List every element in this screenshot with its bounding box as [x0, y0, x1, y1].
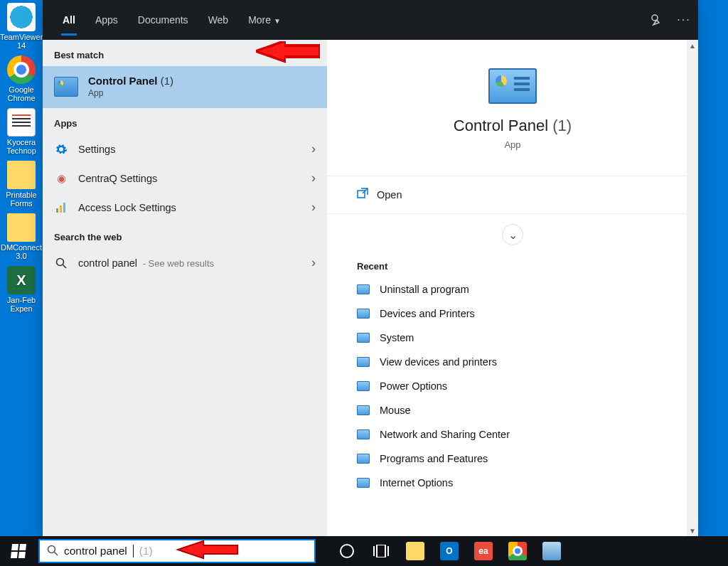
svg-point-9 [341, 545, 353, 557]
excel-icon [7, 266, 36, 294]
search-icon [47, 545, 58, 558]
desktop-icon[interactable]: TeamViewer 14 [0, 3, 43, 50]
taskbar-app-ea[interactable]: ea [466, 536, 500, 566]
best-match-result[interactable]: Control Panel (1) App [43, 66, 327, 108]
svg-rect-1 [56, 208, 58, 213]
scroll-down-icon[interactable]: ▼ [687, 525, 698, 536]
scroll-up-icon[interactable]: ▲ [687, 40, 698, 51]
desktop-icon[interactable]: Kyocera Technop [0, 108, 43, 155]
control-panel-icon [357, 429, 370, 439]
chevron-right-icon: › [311, 142, 316, 156]
result-preview-pane: Control Panel (1) App Open ⌄ Recent Unin… [327, 40, 698, 536]
search-text: control panel [64, 545, 127, 557]
desktop-icon[interactable]: Jan-Feb Expen [0, 266, 43, 313]
preview-subtitle: App [355, 139, 670, 150]
control-panel-icon [357, 333, 370, 343]
recent-item[interactable]: System [327, 326, 698, 350]
scrollbar[interactable]: ▲ ▼ [687, 40, 698, 536]
open-icon [357, 188, 368, 202]
start-button[interactable] [0, 536, 37, 566]
task-view-button[interactable] [364, 536, 398, 566]
control-panel-icon [357, 478, 370, 488]
recent-heading: Recent [327, 255, 698, 277]
expand-actions-button[interactable]: ⌄ [502, 224, 523, 245]
control-panel-icon [357, 357, 370, 367]
control-panel-icon [488, 68, 537, 104]
control-panel-icon [357, 284, 370, 294]
file-explorer-icon [406, 542, 424, 560]
recent-item[interactable]: Mouse [327, 398, 698, 422]
svg-rect-11 [377, 545, 385, 557]
document-icon [7, 108, 36, 137]
taskbar-app-generic[interactable] [535, 536, 569, 566]
app-icon: ea [474, 542, 493, 560]
teamviewer-icon [7, 3, 36, 31]
recent-item[interactable]: Network and Sharing Center [327, 422, 698, 447]
svg-point-7 [48, 545, 55, 552]
chevron-right-icon: › [311, 171, 316, 186]
windows-logo-icon [11, 544, 26, 558]
recent-item[interactable]: Programs and Features [327, 447, 698, 471]
app-icon [542, 542, 561, 560]
desktop-icon[interactable]: Google Chrome [0, 55, 43, 102]
web-heading: Search the web [43, 222, 327, 248]
chrome-icon [7, 55, 36, 84]
taskbar-app-outlook[interactable]: O [432, 536, 466, 566]
desktop-background-strip [698, 0, 728, 536]
desktop-screen: TeamViewer 14 Google Chrome Kyocera Tech… [0, 0, 728, 566]
svg-rect-12 [387, 546, 389, 556]
cortana-button[interactable] [330, 536, 364, 566]
taskbar-app-chrome[interactable] [500, 536, 535, 566]
chevron-down-icon: ▼ [274, 17, 281, 25]
results-list: Best match Control Panel (1) App Apps Se… [43, 40, 327, 536]
control-panel-icon [357, 405, 370, 415]
control-panel-icon [357, 381, 370, 391]
taskbar-search-input[interactable]: control panel(1) [38, 539, 316, 563]
hub-icon: ◉ [54, 171, 68, 186]
tab-web[interactable]: Web [198, 0, 239, 40]
recent-item[interactable]: Uninstall a program [327, 277, 698, 301]
desktop-icon[interactable]: Printable Forms [0, 161, 43, 208]
chevron-right-icon: › [311, 200, 316, 215]
search-count-hint: (1) [139, 545, 153, 557]
result-item-web-search[interactable]: control panel - See web results › [43, 248, 327, 277]
start-search-panel: All Apps Documents Web More▼ ··· Best ma… [43, 0, 698, 536]
svg-rect-3 [63, 203, 65, 213]
preview-title: Control Panel (1) [355, 117, 670, 135]
feedback-icon[interactable] [650, 13, 664, 27]
folder-icon [7, 213, 36, 242]
more-options-icon[interactable]: ··· [677, 13, 691, 27]
control-panel-icon [54, 77, 78, 97]
desktop-icons-column: TeamViewer 14 Google Chrome Kyocera Tech… [0, 0, 46, 319]
tab-documents[interactable]: Documents [128, 0, 198, 40]
taskbar-app-file-explorer[interactable] [398, 536, 432, 566]
result-item-accesslock[interactable]: Access Lock Settings › [43, 193, 327, 222]
result-title: Control Panel (1) [88, 75, 173, 87]
outlook-icon: O [440, 542, 459, 560]
chevron-right-icon: › [311, 255, 316, 270]
recent-item[interactable]: Power Options [327, 374, 698, 398]
text-cursor [133, 545, 134, 557]
control-panel-icon [357, 309, 370, 319]
recent-item[interactable]: Internet Options [327, 471, 698, 495]
search-icon [54, 256, 68, 270]
tab-apps[interactable]: Apps [85, 0, 128, 40]
annotation-arrow-icon [175, 540, 239, 565]
desktop-icon[interactable]: DMConnect 3.0 [0, 213, 43, 260]
tab-all[interactable]: All [53, 0, 85, 40]
svg-point-4 [57, 258, 64, 265]
folder-icon [7, 161, 36, 189]
recent-item[interactable]: Devices and Printers [327, 301, 698, 326]
taskbar: control panel(1) O ea [0, 536, 728, 566]
svg-rect-2 [60, 205, 62, 213]
chrome-icon [508, 542, 527, 560]
control-panel-icon [357, 454, 370, 464]
result-item-centraq[interactable]: ◉ CentraQ Settings › [43, 164, 327, 193]
tab-more[interactable]: More▼ [238, 0, 291, 40]
recent-item[interactable]: View devices and printers [327, 350, 698, 374]
best-match-heading: Best match [43, 40, 327, 66]
result-item-settings[interactable]: Settings › [43, 134, 327, 164]
svg-line-8 [55, 552, 58, 555]
svg-rect-10 [373, 546, 375, 556]
open-action[interactable]: Open [327, 176, 698, 214]
